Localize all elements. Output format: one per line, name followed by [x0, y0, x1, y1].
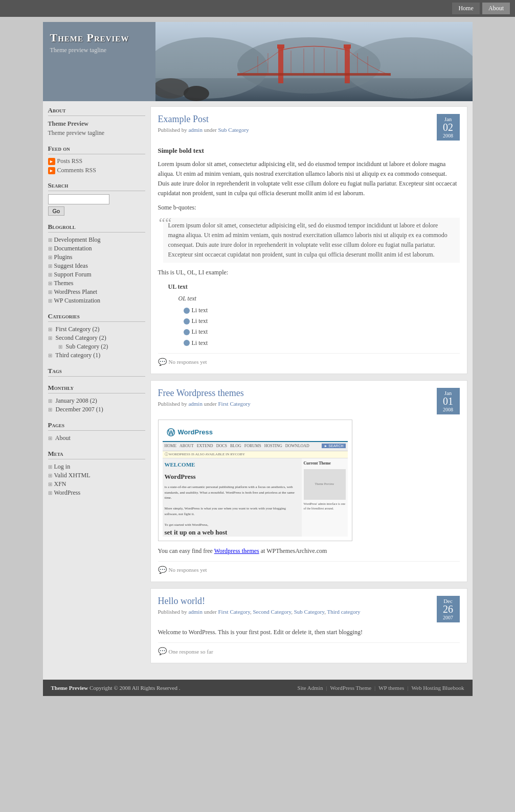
sidebar-pages: Pages About — [48, 421, 145, 443]
wp-also-available: ⓘ WORDPRESS IS ALSO AVAILABLE IN RYCOBY — [163, 451, 348, 458]
monthly-count: (1) — [96, 406, 103, 413]
blogroll-list: Development Blog Documentation Plugins S… — [48, 236, 145, 305]
blogroll-link[interactable]: Support Forum — [54, 271, 92, 278]
list-label: This is UL, OL, LI example: — [158, 268, 460, 277]
post-paragraph: You can easy find free Wordpress themes … — [158, 546, 460, 556]
sidebar-search: Search Go — [48, 181, 145, 216]
posts-rss-label: Posts RSS — [57, 157, 83, 165]
monthly-link[interactable]: December 2007 — [56, 406, 95, 413]
post-category-fc[interactable]: First Category — [218, 609, 250, 615]
footer-left: Theme Preview Copyright © 2008 All Right… — [51, 685, 181, 691]
sidebar-feed: Feed on ► Posts RSS ► Comments RSS — [48, 145, 145, 174]
post-header: Free Wordpress themes Published by admin… — [158, 388, 460, 414]
footer-separator: | — [407, 685, 408, 691]
post-author[interactable]: admin — [188, 127, 203, 133]
footer-separator: | — [326, 685, 327, 691]
site-header: Theme Preview Theme preview tagline — [43, 22, 473, 101]
meta-link[interactable]: Log in — [54, 463, 71, 470]
wp-screenshot: Ⓦ WordPress HOME ABOUT EXTEND DOCS BLOG … — [158, 420, 352, 541]
post-author[interactable]: admin — [188, 609, 203, 615]
list-item: Suggest Ideas — [48, 262, 145, 270]
post-category[interactable]: Sub Category — [218, 127, 249, 133]
comment-icon: 💬 — [158, 566, 167, 574]
sidebar-categories: Categories First Category (2) Second Cat… — [48, 312, 145, 360]
post-day: 01 — [441, 396, 456, 406]
post-comments: 💬 One response so far — [158, 642, 460, 656]
footer-right: Site Admin | WordPress Theme | WP themes… — [298, 685, 464, 691]
post-category-tc[interactable]: Third category — [327, 609, 361, 615]
post-category-sub[interactable]: Sub Category — [294, 609, 324, 615]
blogroll-link[interactable]: Themes — [54, 280, 74, 287]
nav-about[interactable]: About — [482, 3, 510, 14]
wp-nav-home: HOME — [165, 443, 177, 450]
post-title: Hello world! — [158, 596, 361, 607]
comments-rss-link[interactable]: ► Comments RSS — [48, 167, 145, 174]
wp-main-content: WELCOME WordPress is a state-of-the-art … — [163, 458, 302, 536]
page-link[interactable]: About — [55, 434, 71, 442]
nav-home[interactable]: Home — [452, 3, 479, 14]
search-input[interactable] — [48, 194, 109, 204]
category-count: (2) — [99, 334, 106, 341]
svg-point-6 — [184, 86, 209, 101]
search-button[interactable]: Go — [48, 206, 65, 216]
wp-nav-docs: DOCS — [216, 443, 227, 450]
blogroll-link[interactable]: WordPress Planet — [54, 288, 98, 295]
category-link[interactable]: Third category — [55, 352, 92, 359]
post-paragraph: Lorem ipsum dolor sit amet, consectetur … — [158, 159, 460, 199]
header-image — [155, 22, 473, 101]
post-category-sc[interactable]: Second Category — [253, 609, 291, 615]
li-item: Li text — [184, 316, 460, 326]
footer-wp-theme[interactable]: WordPress Theme — [330, 685, 371, 691]
posts-rss-link[interactable]: ► Posts RSS — [48, 157, 145, 165]
wp-nav-about: ABOUT — [180, 443, 194, 450]
wp-themes-link[interactable]: Wordpress themes — [214, 547, 259, 554]
meta-link[interactable]: XFN — [54, 480, 66, 488]
footer-wp-themes[interactable]: WP themes — [378, 685, 404, 691]
category-link[interactable]: Second Category — [56, 334, 98, 341]
sidebar-search-title: Search — [48, 181, 145, 191]
meta-link[interactable]: WordPress — [54, 489, 81, 496]
sidebar-blogroll: Blogroll Development Blog Documentation … — [48, 223, 145, 305]
sidebar-meta-title: Meta — [48, 450, 145, 459]
monthly-link[interactable]: January 2008 — [56, 397, 88, 404]
li-item: Li text — [184, 327, 460, 337]
post-blockquote: Lorem ipsum dolor sit amet, consectetur … — [163, 218, 460, 263]
wp-nav-extend: EXTEND — [197, 443, 213, 450]
wp-nav-download: DOWNLOAD — [285, 443, 309, 450]
footer-web-hosting[interactable]: Web Hosting Bluebook — [412, 685, 464, 691]
sidebar-feed-title: Feed on — [48, 145, 145, 154]
list-item-sub: Sub Category (2) — [58, 342, 145, 351]
blogroll-link[interactable]: Documentation — [54, 245, 92, 252]
blogroll-link[interactable]: WP Customization — [54, 297, 101, 304]
post-hello: Hello world! Published by admin under Fi… — [150, 588, 467, 663]
wp-search-button[interactable]: ► SEARCH — [322, 444, 345, 448]
monthly-list: January 2008 (2) December 2007 (1) — [48, 397, 145, 414]
post-title-meta: Hello world! Published by admin under Fi… — [158, 596, 361, 615]
blogroll-link[interactable]: Development Blog — [54, 236, 101, 243]
post-title-meta: Free Wordpress themes Published by admin… — [158, 388, 251, 407]
list-item: December 2007 (1) — [48, 405, 145, 414]
list-item: WP Customization — [48, 296, 145, 305]
sidebar-tags-title: Tags — [48, 367, 145, 377]
list-item: Second Category (2) — [48, 334, 145, 342]
wp-nav-forums: FORUMS — [244, 443, 261, 450]
sidebar-about-tagline: Theme preview tagline — [48, 128, 145, 137]
post-body: Ⓦ WordPress HOME ABOUT EXTEND DOCS BLOG … — [158, 420, 460, 556]
post-date: Jan 01 2008 — [437, 388, 460, 414]
footer-site-admin[interactable]: Site Admin — [298, 685, 323, 691]
blogroll-link[interactable]: Plugins — [54, 253, 73, 261]
categories-list: First Category (2) Second Category (2) S… — [48, 325, 145, 360]
post-category[interactable]: First Category — [218, 401, 250, 407]
category-link[interactable]: First Category — [56, 326, 91, 333]
post-author[interactable]: admin — [188, 401, 203, 407]
post-day: 26 — [441, 604, 456, 614]
meta-link[interactable]: Valid XHTML — [54, 472, 91, 479]
site-title: Theme Preview — [50, 31, 129, 44]
subcategory-link[interactable]: Sub Category — [66, 343, 100, 350]
post-meta: Published by admin under Sub Category — [158, 127, 249, 133]
post-title: Example Post — [158, 114, 249, 125]
footer-site-title: Theme Preview — [51, 685, 88, 691]
post-comments: 💬 No responses yet — [158, 353, 460, 366]
blogroll-link[interactable]: Suggest Ideas — [54, 262, 88, 269]
sidebar-blogroll-title: Blogroll — [48, 223, 145, 233]
